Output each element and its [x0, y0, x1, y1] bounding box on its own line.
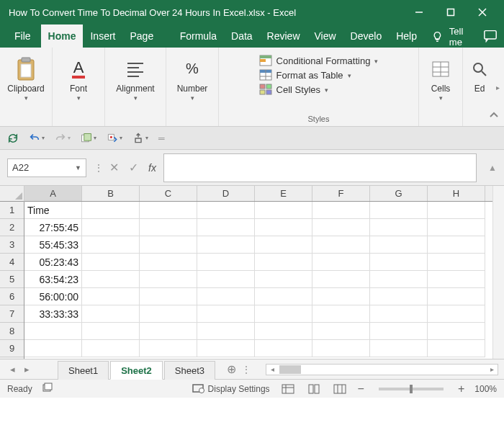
zoom-in-button[interactable]: + — [458, 383, 464, 395]
cell[interactable] — [255, 340, 312, 357]
cell[interactable] — [255, 236, 312, 254]
close-button[interactable] — [467, 0, 498, 24]
cell-a3[interactable]: 55:45:33 — [24, 236, 82, 254]
tab-review[interactable]: Review — [260, 24, 307, 48]
page-break-view-button[interactable] — [332, 383, 348, 395]
cell[interactable] — [370, 288, 428, 305]
cell[interactable] — [82, 236, 140, 254]
col-header-g[interactable]: G — [370, 186, 428, 201]
cell[interactable] — [140, 340, 197, 357]
cell[interactable] — [24, 323, 82, 340]
display-settings-button[interactable]: Display Settings — [192, 384, 270, 394]
cell[interactable] — [82, 271, 140, 288]
cell[interactable] — [370, 254, 428, 271]
cell[interactable] — [428, 219, 485, 236]
cell[interactable] — [140, 305, 197, 323]
cell[interactable] — [312, 271, 370, 288]
cell[interactable] — [312, 202, 370, 219]
cell[interactable] — [370, 340, 428, 357]
tab-view[interactable]: View — [307, 24, 343, 48]
row-header-5[interactable]: 5 — [0, 271, 24, 288]
cell[interactable] — [428, 236, 485, 254]
cell[interactable] — [255, 254, 312, 271]
tab-home[interactable]: Home — [41, 24, 84, 48]
tab-formulas[interactable]: Formula — [173, 24, 224, 48]
cell[interactable] — [428, 202, 485, 219]
macro-record-icon[interactable] — [42, 383, 54, 395]
zoom-slider[interactable] — [379, 388, 444, 390]
format-as-table-button[interactable]: Format as Table ▾ — [259, 69, 379, 81]
collapse-ribbon-button[interactable] — [488, 110, 500, 123]
row-header-2[interactable]: 2 — [0, 219, 24, 236]
col-header-a[interactable]: A — [24, 186, 82, 201]
tab-page-layout[interactable]: Page La — [122, 24, 172, 48]
select-all-button[interactable] — [0, 186, 24, 202]
horizontal-scrollbar[interactable]: ◂▸ — [266, 364, 498, 375]
col-header-f[interactable]: F — [312, 186, 370, 201]
cell[interactable] — [428, 340, 485, 357]
cell-a6[interactable]: 56:00:00 — [24, 288, 82, 305]
cell[interactable] — [428, 288, 485, 305]
vertical-scrollbar[interactable] — [492, 186, 504, 359]
cell[interactable] — [255, 271, 312, 288]
cell[interactable] — [82, 305, 140, 323]
zoom-level[interactable]: 100% — [474, 384, 497, 394]
qat-customize-button[interactable]: ═ — [158, 133, 165, 143]
cell[interactable] — [140, 271, 197, 288]
fx-button[interactable]: fx — [148, 162, 156, 174]
cell[interactable] — [82, 288, 140, 305]
cell[interactable] — [312, 219, 370, 236]
cell[interactable] — [140, 202, 197, 219]
conditional-formatting-button[interactable]: Conditional Formatting ▾ — [259, 55, 379, 66]
cell[interactable] — [428, 323, 485, 340]
cell-styles-button[interactable]: Cell Styles ▾ — [259, 84, 379, 95]
undo-button[interactable]: ▾ — [29, 133, 45, 144]
maximize-button[interactable] — [435, 0, 467, 24]
cell[interactable] — [255, 305, 312, 323]
tab-file[interactable]: File — [4, 24, 41, 48]
row-header-6[interactable]: 6 — [0, 288, 24, 305]
paste-button[interactable]: Clipboard ▾ — [4, 53, 48, 104]
sheet-nav-prev[interactable]: ◂ — [6, 364, 19, 375]
cell-a2[interactable]: 27:55:45 — [24, 219, 82, 236]
tab-help[interactable]: Help — [389, 24, 424, 48]
formula-input[interactable] — [163, 153, 477, 182]
zoom-out-button[interactable]: − — [358, 383, 364, 395]
cell[interactable] — [197, 323, 255, 340]
cancel-formula-button[interactable]: ✕ — [109, 161, 119, 174]
alignment-button[interactable]: Alignment ▾ — [109, 53, 161, 104]
row-header-4[interactable]: 4 — [0, 254, 24, 271]
cell[interactable] — [197, 271, 255, 288]
col-header-c[interactable]: C — [140, 186, 197, 201]
qat-button-1[interactable]: ▾ — [81, 133, 96, 144]
cell[interactable] — [197, 236, 255, 254]
sheet-tab-2[interactable]: Sheet2 — [110, 361, 163, 380]
cell[interactable] — [312, 323, 370, 340]
col-header-d[interactable]: D — [197, 186, 255, 201]
cell[interactable] — [312, 340, 370, 357]
cell[interactable] — [140, 219, 197, 236]
cells-area[interactable]: Time 27:55:45 55:45:33 05:23:43 63:54:23… — [24, 202, 492, 359]
cell[interactable] — [255, 219, 312, 236]
name-box[interactable]: A22 ▼ — [7, 158, 86, 177]
cell[interactable] — [370, 271, 428, 288]
col-header-h[interactable]: H — [428, 186, 485, 201]
cell-a7[interactable]: 33:33:33 — [24, 305, 82, 323]
row-header-8[interactable]: 8 — [0, 323, 24, 340]
overflow-arrow-icon[interactable]: ▸ — [496, 84, 500, 91]
col-header-b[interactable]: B — [82, 186, 140, 201]
cell[interactable] — [312, 288, 370, 305]
row-header-9[interactable]: 9 — [0, 340, 24, 357]
cell[interactable] — [197, 305, 255, 323]
cell[interactable] — [82, 254, 140, 271]
row-header-7[interactable]: 7 — [0, 305, 24, 323]
number-button[interactable]: % Number ▾ — [171, 53, 214, 104]
cell[interactable] — [82, 219, 140, 236]
cell[interactable] — [197, 202, 255, 219]
editing-button[interactable]: Ed — [467, 53, 492, 97]
minimize-button[interactable] — [403, 0, 435, 24]
page-layout-view-button[interactable] — [306, 383, 322, 395]
tell-me[interactable]: Tell me — [431, 26, 477, 48]
cell[interactable] — [140, 323, 197, 340]
cell[interactable] — [370, 202, 428, 219]
